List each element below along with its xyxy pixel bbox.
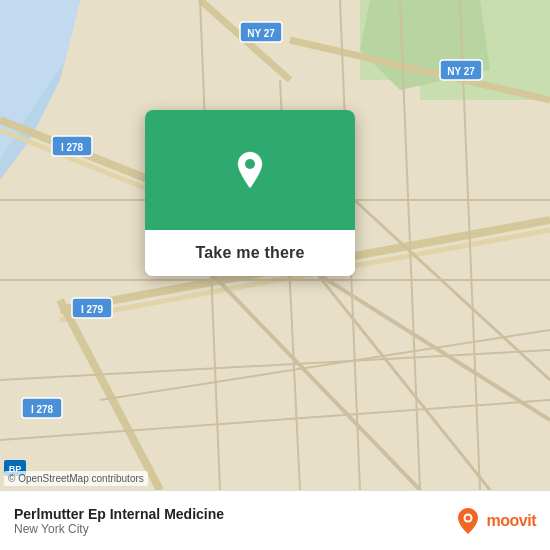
bottom-bar: Perlmutter Ep Internal Medicine New York… [0, 490, 550, 550]
moovit-logo: moovit [453, 506, 536, 536]
map-pin-icon [228, 148, 272, 192]
moovit-logo-icon [453, 506, 483, 536]
svg-point-43 [465, 515, 470, 520]
svg-text:NY 27: NY 27 [247, 28, 275, 39]
moovit-text: moovit [487, 512, 536, 530]
svg-point-41 [245, 159, 255, 169]
svg-text:I 278: I 278 [31, 404, 54, 415]
take-me-there-button[interactable]: Take me there [145, 230, 355, 276]
app: I 278 I 278 I 279 I 278 NY 27 NY 27 BP [0, 0, 550, 550]
svg-text:I 278: I 278 [61, 142, 84, 153]
svg-text:NY 27: NY 27 [447, 66, 475, 77]
svg-text:I 279: I 279 [81, 304, 104, 315]
location-name: Perlmutter Ep Internal Medicine [14, 506, 224, 522]
location-info: Perlmutter Ep Internal Medicine New York… [14, 506, 224, 536]
location-city: New York City [14, 522, 224, 536]
popup-card: Take me there [145, 110, 355, 276]
osm-attribution: © OpenStreetMap contributors [4, 471, 148, 486]
map-container[interactable]: I 278 I 278 I 279 I 278 NY 27 NY 27 BP [0, 0, 550, 490]
popup-green-area [145, 110, 355, 230]
